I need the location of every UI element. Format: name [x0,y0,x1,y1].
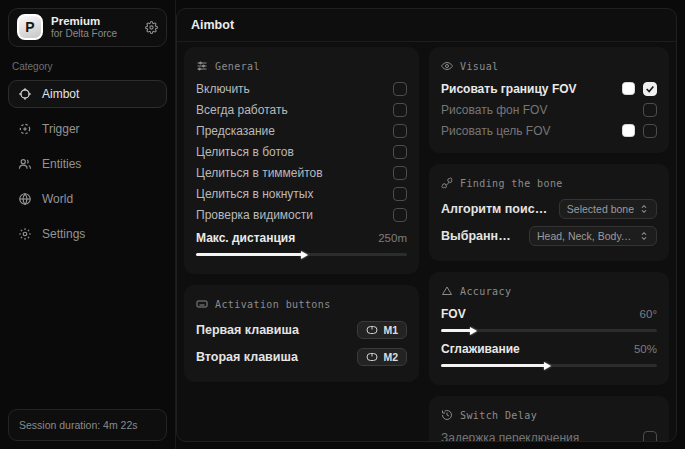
keybind-row: Вторая клавиша M2 [196,343,407,370]
card-accuracy: Accuracy FOV 60° Сглаживание 50% [429,272,669,385]
checkbox[interactable] [393,124,407,138]
setting-row: Проверка видимости [196,204,407,225]
setting-label: Всегда работать [196,103,385,117]
checkbox[interactable] [393,166,407,180]
checkbox[interactable] [393,82,407,96]
mouse-icon [366,325,378,335]
selected-bones-select[interactable]: Head, Neck, Body, Pe... [529,226,657,246]
checkbox[interactable] [643,82,657,96]
sidebar: P Premium for Delta Force Category Aimbo… [0,0,176,449]
select-row: Выбранные кости Head, Neck, Body, Pe... [441,222,657,249]
slider-label: Макс. дистанция [196,231,370,245]
select-value: Selected bone [567,203,634,215]
select-label: Алгоритм поиска костей [441,202,551,216]
unfold-icon [639,204,649,214]
sidebar-item-label: Entities [42,157,81,171]
slider-fill [441,329,471,332]
slider-fill [196,253,302,256]
smoothing-slider[interactable] [441,364,657,367]
keybind-row: Первая клавиша M1 [196,316,407,343]
slider-label: Сглаживание [441,342,626,356]
keybind-value: M1 [383,324,398,336]
sidebar-item-trigger[interactable]: Trigger [8,115,167,143]
setting-label: Проверка видимости [196,208,385,222]
setting-label: Включить [196,82,385,96]
setting-row: Включить [196,78,407,99]
slider-fill [441,364,545,367]
gear-icon[interactable] [145,21,158,34]
sidebar-item-label: Aimbot [42,87,79,101]
keybind-label: Первая клавиша [196,323,349,337]
triangle-icon [441,285,453,297]
card-activation-title: Activation buttons [196,298,407,310]
globe-icon [18,192,32,206]
keybind-value: M2 [383,351,398,363]
checkbox[interactable] [393,187,407,201]
checkbox[interactable] [643,103,657,117]
slider-row: Макс. дистанция 250m [196,227,407,248]
slider-row: FOV 60° [441,303,657,324]
eye-icon [441,60,453,72]
slider-row: Сглаживание 50% [441,338,657,359]
checkbox[interactable] [393,208,407,222]
sidebar-nav: Aimbot Trigger Entities World Settings [8,80,167,248]
keybind-button-m1[interactable]: M1 [357,321,407,339]
slider-thumb[interactable] [470,327,477,335]
trigger-icon [18,122,32,136]
card-activation: Activation buttons Первая клавиша M1 Вто… [184,285,419,382]
sliders-icon [196,60,208,72]
sidebar-item-world[interactable]: World [8,185,167,213]
sidebar-item-label: World [42,192,73,206]
setting-label: Предсказание [196,124,385,138]
main-panel: Aimbot General Включить Всегда работать [176,8,677,442]
setting-row: Всегда работать [196,99,407,120]
color-swatch[interactable] [622,82,635,95]
visual-label: Рисовать границу FOV [441,82,614,96]
setting-row: Целиться в тиммейтов [196,162,407,183]
slider-value: 60° [640,308,657,320]
setting-label: Целиться в тиммейтов [196,166,385,180]
slider-thumb[interactable] [301,251,308,259]
max-distance-slider[interactable] [196,253,407,256]
slider-value: 50% [634,343,657,355]
checkbox[interactable] [643,431,657,443]
checkbox[interactable] [393,103,407,117]
brand-name: Premium [51,14,137,28]
app-logo: P [17,14,43,40]
visual-row: Рисовать цель FOV [441,120,657,141]
visual-row: Рисовать фон FOV [441,99,657,120]
content-area: General Включить Всегда работать Предска… [177,42,676,442]
bone-algorithm-select[interactable]: Selected bone [559,199,657,219]
card-general: General Включить Всегда работать Предска… [184,47,419,274]
setting-label: Целиться в ботов [196,145,385,159]
session-duration: Session duration: 4m 22s [8,409,167,441]
page-title: Aimbot [191,18,234,32]
checkbox[interactable] [393,145,407,159]
card-general-title: General [196,60,407,72]
color-swatch[interactable] [622,124,635,137]
brand-box: P Premium for Delta Force [8,8,167,47]
card-bone-title: Finding the bone [441,177,657,189]
card-accuracy-title: Accuracy [441,285,657,297]
card-visual: Visual Рисовать границу FOV Рисовать фон… [429,47,669,153]
setting-row: Задержка переключения [441,427,657,442]
sidebar-item-entities[interactable]: Entities [8,150,167,178]
visual-label: Рисовать фон FOV [441,103,635,117]
keybind-button-m2[interactable]: M2 [357,348,407,366]
sidebar-item-settings[interactable]: Settings [8,220,167,248]
card-switch-delay: Switch Delay Задержка переключения Задер… [429,396,669,442]
left-column: General Включить Всегда работать Предска… [184,47,419,442]
crosshair-icon [18,87,32,101]
sidebar-item-label: Trigger [42,122,80,136]
setting-row: Целиться в нокнутых [196,183,407,204]
card-visual-title: Visual [441,60,657,72]
sidebar-item-aimbot[interactable]: Aimbot [8,80,167,108]
unfold-icon [639,231,649,241]
card-bone: Finding the bone Алгоритм поиска костей … [429,164,669,261]
brand-text: Premium for Delta Force [51,14,137,41]
keyboard-icon [196,298,208,310]
fov-slider[interactable] [441,329,657,332]
slider-thumb[interactable] [544,362,551,370]
setting-row: Целиться в ботов [196,141,407,162]
checkbox[interactable] [643,124,657,138]
